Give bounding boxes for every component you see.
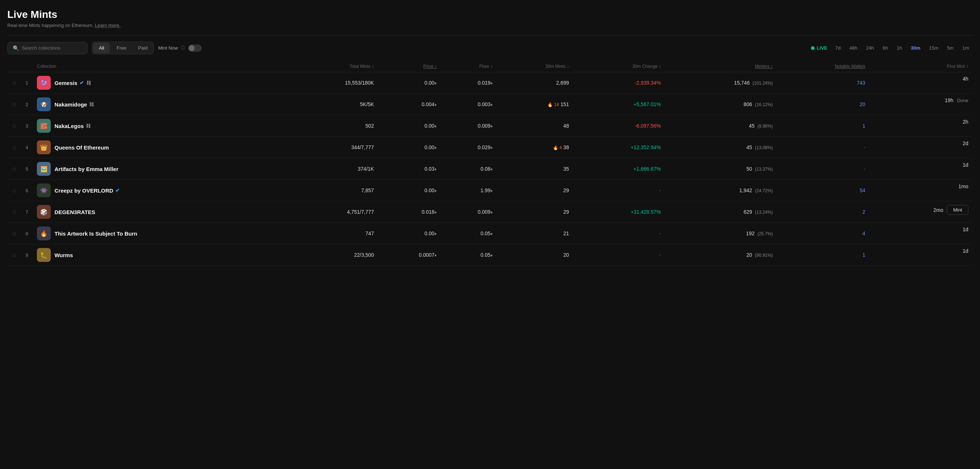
- collection-cell[interactable]: 🎲DEGEN3RATES: [32, 201, 289, 223]
- time-filters: LIVE 7d 48h 24h 6h 1h 30m 15m 5m 1m: [811, 43, 973, 52]
- rank-cell: 1: [21, 72, 32, 94]
- 30m-change-cell: +1,666.67%: [573, 158, 665, 180]
- table-wrapper: Collection Total Mints ↕ Price ↕ Floor ↕…: [7, 61, 973, 266]
- rank-cell: 8: [21, 223, 32, 244]
- first-mint-cell: 4h: [870, 72, 973, 86]
- collection-cell[interactable]: 🐛Wurms: [32, 244, 289, 266]
- star-cell: ☆: [7, 180, 21, 201]
- floor-cell: 0.029♦: [441, 137, 497, 158]
- collection-name: DEGEN3RATES: [54, 209, 95, 215]
- 30m-mints-cell: 29: [497, 201, 573, 223]
- collection-name: This Artwork Is Subject To Burn: [54, 230, 137, 237]
- first-mint-cell: 1d: [870, 158, 973, 171]
- time-1m[interactable]: 1m: [959, 43, 973, 52]
- time-48h[interactable]: 48h: [846, 43, 861, 52]
- price-cell: 0.00♦: [378, 137, 441, 158]
- th-first-mint[interactable]: First Mint ↕: [870, 61, 973, 72]
- price-cell: 0.00♦: [378, 72, 441, 94]
- star-icon[interactable]: ☆: [12, 252, 17, 258]
- star-icon[interactable]: ☆: [12, 101, 17, 108]
- star-cell: ☆: [7, 158, 21, 180]
- th-rank: [21, 61, 32, 72]
- th-minters[interactable]: Minters ↕: [665, 61, 777, 72]
- star-icon[interactable]: ☆: [12, 166, 17, 172]
- collection-cell[interactable]: 🖼️Artifacts by Emma Miller: [32, 158, 289, 180]
- rank-number: 7: [25, 209, 28, 215]
- page-title: Live Mints: [7, 9, 973, 21]
- time-7d[interactable]: 7d: [832, 43, 844, 52]
- live-label: LIVE: [817, 45, 827, 51]
- collection-cell[interactable]: 🐶Nakamidoge⛓: [32, 94, 289, 115]
- minters-cell: 1,942 (24.72%): [665, 180, 777, 201]
- star-cell: ☆: [7, 94, 21, 115]
- 30m-mints-cell: 🔥 14 151: [497, 94, 573, 115]
- time-6h[interactable]: 6h: [879, 43, 892, 52]
- notable-wallets-cell: -: [777, 137, 869, 158]
- th-floor[interactable]: Floor ↕: [441, 61, 497, 72]
- filter-paid-button[interactable]: Paid: [132, 43, 153, 53]
- price-cell: 0.00♦: [378, 180, 441, 201]
- filter-all-button[interactable]: All: [93, 43, 110, 53]
- first-mint-time: 19h: [945, 97, 953, 103]
- th-price[interactable]: Price ↕: [378, 61, 441, 72]
- collection-name: Creepz by OVERLORD✔: [54, 187, 120, 194]
- star-icon[interactable]: ☆: [12, 230, 17, 237]
- rank-number: 2: [25, 102, 28, 107]
- time-24h[interactable]: 24h: [862, 43, 878, 52]
- live-badge: LIVE: [811, 45, 827, 51]
- star-icon[interactable]: ☆: [12, 123, 17, 129]
- total-mints-cell: 5K/5K: [290, 94, 379, 115]
- collection-cell[interactable]: 🔥This Artwork Is Subject To Burn: [32, 223, 289, 244]
- first-mint-cell: 1mo: [870, 180, 973, 193]
- 30m-mints-cell: 48: [497, 115, 573, 137]
- first-mint-cell: 19hDone: [870, 94, 973, 107]
- first-mint-time: 2h: [963, 119, 968, 125]
- mint-now-switch[interactable]: [188, 44, 202, 52]
- 30m-mints-cell: 35: [497, 158, 573, 180]
- collection-thumb: 🖼️: [37, 162, 51, 176]
- star-icon[interactable]: ☆: [12, 80, 17, 86]
- time-1h[interactable]: 1h: [893, 43, 905, 52]
- floor-cell: 0.05♦: [441, 244, 497, 266]
- time-15m[interactable]: 15m: [926, 43, 942, 52]
- first-mint-cell: 1d: [870, 223, 973, 236]
- rank-cell: 4: [21, 137, 32, 158]
- collection-cell[interactable]: 🧱NakaLegos⛓: [32, 115, 289, 137]
- total-mints-cell: 15,553/180K: [290, 72, 379, 94]
- first-mint-time: 1d: [963, 227, 968, 232]
- 30m-change-cell: +31,428.57%: [573, 201, 665, 223]
- time-30m[interactable]: 30m: [907, 43, 924, 52]
- th-30m-mints[interactable]: 30m Mints ↓: [497, 61, 573, 72]
- page-container: Live Mints Real-time Mints happening on …: [0, 0, 980, 273]
- star-cell: ☆: [7, 201, 21, 223]
- time-5m[interactable]: 5m: [943, 43, 957, 52]
- price-cell: 0.00♦: [378, 223, 441, 244]
- collection-cell[interactable]: 🔮Gemesis✔⛓: [32, 72, 289, 94]
- star-icon[interactable]: ☆: [12, 187, 17, 194]
- collection-cell[interactable]: 👾Creepz by OVERLORD✔: [32, 180, 289, 201]
- rank-number: 5: [25, 166, 28, 172]
- collection-name: NakaLegos⛓: [54, 123, 91, 129]
- toolbar: 🔍 All Free Paid Mint Now ⓘ LIVE 7d 48h 2…: [7, 41, 973, 54]
- learn-more-link[interactable]: Learn more.: [95, 22, 121, 28]
- th-total-mints[interactable]: Total Mints ↕: [290, 61, 379, 72]
- star-icon[interactable]: ☆: [12, 209, 17, 215]
- star-icon[interactable]: ☆: [12, 144, 17, 151]
- table-row: ☆8🔥This Artwork Is Subject To Burn7470.0…: [7, 223, 973, 244]
- filter-free-button[interactable]: Free: [111, 43, 132, 53]
- collection-thumb: 🔮: [37, 76, 51, 90]
- star-cell: ☆: [7, 244, 21, 266]
- rank-cell: 9: [21, 244, 32, 266]
- info-icon: ⓘ: [181, 45, 185, 51]
- collection-thumb: 👑: [37, 140, 51, 154]
- 30m-mints-cell: 20: [497, 244, 573, 266]
- search-input[interactable]: [22, 45, 82, 51]
- mint-now-toggle: Mint Now ⓘ: [158, 44, 202, 52]
- rank-number: 1: [25, 80, 28, 86]
- collection-thumb: 👾: [37, 184, 51, 197]
- th-30m-change[interactable]: 30m Change ↕: [573, 61, 665, 72]
- collection-cell[interactable]: 👑Queens Of Ethereum: [32, 137, 289, 158]
- mint-button[interactable]: Mint: [947, 205, 968, 215]
- star-cell: ☆: [7, 137, 21, 158]
- search-box[interactable]: 🔍: [7, 42, 88, 54]
